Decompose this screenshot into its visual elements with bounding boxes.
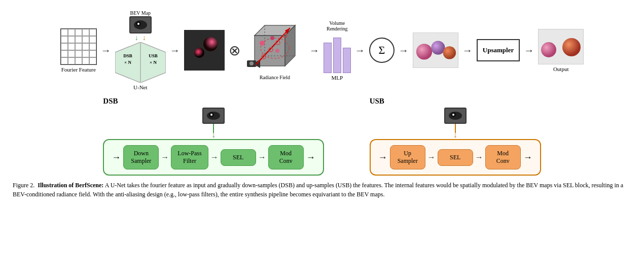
arrow-mlp-to-sigma: → (355, 45, 365, 56)
usb-block-upsampler: UpSampler (390, 145, 425, 169)
svg-text:× N: × N (124, 60, 131, 65)
dsb-pipeline-wrap: ↓ → DownSampler → Low-PassFilter → SEL →… (103, 108, 324, 176)
grid-cell (75, 43, 82, 50)
svg-rect-9 (184, 30, 225, 71)
mlp-section: VolumeRendering MLP (324, 20, 351, 81)
grid-cell (82, 50, 89, 57)
figure-caption: Figure 2. Illustration of BerfScene: A U… (10, 181, 634, 199)
arrow-img-to-upsampler: → (462, 45, 473, 56)
usb-arrow-1: → (427, 153, 436, 162)
bev-arrows: ↓ ↓ (135, 34, 146, 42)
output-image-svg (539, 29, 584, 64)
grid-cell (89, 50, 96, 57)
dsb-pipeline: → DownSampler → Low-PassFilter → SEL → M… (103, 139, 324, 176)
radiance-field-svg (244, 20, 305, 74)
dsb-block-modconv: ModConv (268, 145, 304, 169)
rendered-image-section (413, 32, 458, 68)
svg-point-34 (443, 46, 455, 59)
radiance-field-section: Radiance Field (244, 20, 305, 80)
diagram-bottom: DSB ↓ → DownSa (10, 97, 634, 176)
caption-bold: Illustration of BerfScene: (38, 182, 103, 189)
rendered-spheres-svg (413, 32, 458, 68)
grid-cell (82, 57, 89, 64)
mlp-bar-2 (333, 38, 341, 73)
svg-text:× N: × N (150, 60, 157, 65)
fourier-feature-section: Fourier Feature (60, 28, 97, 73)
svg-text:DSB: DSB (123, 53, 132, 58)
diagram-top: Fourier Feature → BEV Map ↓ ↓ (10, 5, 634, 93)
dsb-bev-icon (202, 108, 225, 124)
usb-bev-svg (448, 111, 463, 121)
fourier-grid-box (60, 28, 97, 65)
mlp-bars (324, 32, 351, 73)
grid-cell (75, 36, 82, 43)
usb-pipeline: → UpSampler → SEL → ModConv → (370, 139, 541, 176)
bev-map-top: BEV Map ↓ ↓ (129, 10, 152, 42)
feature-map-svg (184, 30, 225, 71)
usb-arrow-2: → (475, 153, 483, 162)
arrow-fourier-to-unet: → (101, 45, 111, 56)
output-section: Output (538, 29, 584, 72)
arrow-unet-to-feature: → (170, 45, 180, 56)
volume-rendering-label: VolumeRendering (327, 20, 348, 31)
svg-point-10 (203, 37, 218, 51)
grid-cell (82, 29, 89, 36)
grid-cell (61, 36, 68, 43)
output-image-box (538, 29, 584, 64)
svg-point-33 (431, 41, 445, 54)
svg-point-36 (541, 42, 556, 57)
grid-cell (82, 43, 89, 50)
dsb-arrow-2: → (210, 153, 219, 162)
usb-down-arrow: ↓ (453, 131, 457, 139)
svg-point-29 (270, 36, 274, 40)
usb-block-sel: SEL (438, 149, 473, 166)
grid-cell (68, 50, 75, 57)
bev-map-svg (133, 19, 148, 30)
svg-point-20 (249, 61, 254, 65)
grid-cell (89, 36, 96, 43)
figure-number: Figure 2. (13, 182, 34, 189)
dsb-block-lowpass: Low-PassFilter (171, 145, 208, 169)
unet-label: U-Net (133, 84, 148, 90)
grid-cell (68, 57, 75, 64)
usb-arrow-in: → (378, 152, 387, 163)
grid-cell (68, 43, 75, 50)
dsb-block-downsampler: DownSampler (123, 145, 159, 169)
usb-block-modconv: ModConv (485, 145, 521, 169)
dsb-block-sel: SEL (221, 149, 256, 166)
unet-left-trap: DSB × N (115, 42, 140, 83)
upsampler-box: Upsampler (477, 39, 520, 61)
svg-point-11 (194, 48, 204, 58)
svg-point-2 (137, 23, 139, 25)
usb-detail: USB ↓ → UpSamp (370, 97, 541, 176)
svg-point-43 (452, 114, 454, 116)
mlp-label: MLP (331, 75, 343, 81)
dsb-arrow: ↓ (135, 34, 138, 42)
unet-right-trap: USB × N (140, 42, 166, 83)
grid-cell (68, 36, 75, 43)
svg-point-40 (210, 114, 212, 116)
main-container: Fourier Feature → BEV Map ↓ ↓ (0, 0, 644, 204)
dsb-arrow-in: → (112, 152, 121, 163)
usb-title: USB (370, 97, 384, 106)
caption-text: A U-Net takes the fourier feature as inp… (13, 182, 623, 198)
dsb-arrow-out: → (306, 152, 315, 163)
arrow-radiance-to-mlp: → (309, 45, 319, 56)
grid-cell (68, 29, 75, 36)
unet-shape: DSB × N USB × N (115, 42, 166, 83)
grid-cell (75, 29, 82, 36)
svg-point-28 (260, 41, 265, 46)
dsb-bev-above: ↓ (202, 108, 225, 139)
usb-bev-above: ↓ (444, 108, 467, 139)
sigma-circle: Σ (369, 38, 395, 63)
feature-map-section (184, 30, 225, 71)
upsampler-section: Upsampler (477, 39, 520, 61)
svg-text:USB: USB (149, 53, 158, 58)
svg-point-32 (416, 44, 432, 59)
dsb-detail: DSB ↓ → DownSa (103, 97, 324, 176)
mlp-bar-3 (343, 48, 351, 73)
usb-pipeline-wrap: ↓ → UpSampler → SEL → ModConv → (370, 108, 541, 176)
dsb-arrow-3: → (258, 153, 266, 162)
usb-arrow-out: → (523, 152, 532, 163)
arrow-sigma-to-img: → (399, 45, 409, 56)
